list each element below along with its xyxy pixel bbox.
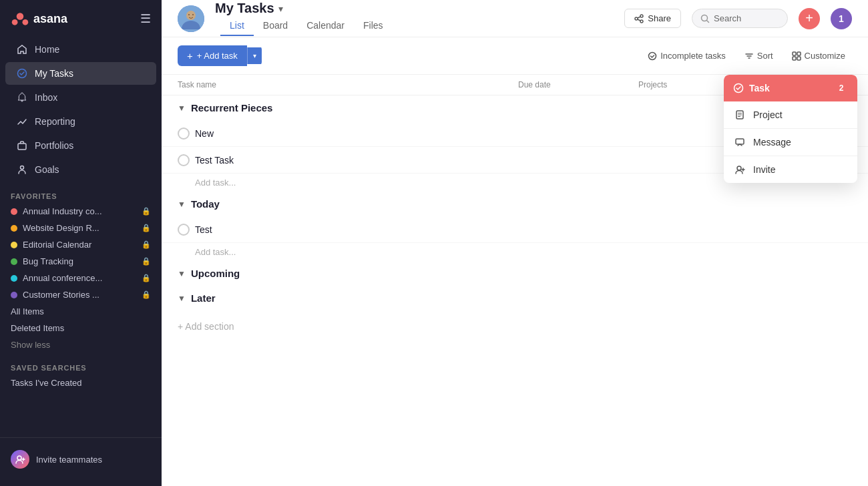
favorite-editorial-calendar[interactable]: Editorial Calendar 🔒 [0,236,162,253]
dropdown-item-project[interactable]: Project [724,101,857,129]
fav-dot-icon [11,208,17,215]
dropdown-header: Task 2 [724,75,857,101]
person-add-icon [733,163,746,176]
fav-dot-icon [11,242,17,248]
all-items-link[interactable]: All Items [0,303,162,320]
dropdown-item-invite[interactable]: Invite [724,156,857,183]
section-title-upcoming: Upcoming [191,268,240,279]
lock-icon: 🔒 [142,207,151,216]
asana-logo-text: asana [33,12,67,26]
home-icon [16,43,28,55]
favorite-website-design[interactable]: Website Design R... 🔒 [0,220,162,236]
customize-button[interactable]: Customize [785,47,852,65]
invite-teammates-button[interactable]: Invite teammates [0,443,162,475]
section-header-later[interactable]: ▼ Later [162,286,868,310]
main-content: My Tasks ▾ List Board Calendar Files Sha… [162,0,868,486]
add-button[interactable]: + [799,8,820,29]
sidebar-toggle-button[interactable]: ☰ [140,11,151,26]
sidebar-item-home-label: Home [35,44,59,55]
add-task-dropdown-button[interactable]: ▾ [247,47,262,64]
sidebar: asana ☰ Home My Tasks Inbox Reporting Po… [0,0,162,486]
sidebar-item-goals[interactable]: Goals [5,158,156,181]
topbar-tabs: List Board Calendar Files [220,16,614,36]
avatar-image [178,5,204,32]
incomplete-tasks-button[interactable]: Incomplete tasks [641,47,732,65]
title-dropdown-chevron[interactable]: ▾ [278,3,283,14]
tab-list[interactable]: List [220,16,254,36]
dropdown-item-message[interactable]: Message [724,129,857,156]
notification-button[interactable]: 1 [831,8,852,29]
col-due-date: Due date [518,80,638,89]
svg-point-12 [635,17,638,20]
sidebar-item-reporting[interactable]: Reporting [5,110,156,133]
task-check-new[interactable] [178,128,190,140]
deleted-items-link[interactable]: Deleted Items [0,320,162,336]
favorite-customer-stories[interactable]: Customer Stories ... 🔒 [0,286,162,303]
bell-icon [16,91,28,103]
svg-point-2 [23,19,29,25]
add-section-button[interactable]: + Add section [162,310,868,342]
task-name-test[interactable]: Test [195,224,212,235]
show-less-link[interactable]: Show less [0,336,162,353]
saved-searches-title: Saved searches [0,353,162,375]
task-name-test-task[interactable]: Test Task [195,155,234,166]
lock-icon: 🔒 [142,257,151,266]
person-icon [16,164,28,176]
favorite-label: Annual Industry co... [23,206,102,216]
favorite-label: Editorial Calendar [23,240,91,250]
asana-logo: asana [11,9,67,28]
favorite-bug-tracking[interactable]: Bug Tracking 🔒 [0,253,162,270]
share-icon [634,14,644,23]
sidebar-item-my-tasks[interactable]: My Tasks [5,62,156,85]
task-check-test-task[interactable] [178,154,190,166]
sidebar-item-home[interactable]: Home [5,38,156,61]
share-button[interactable]: Share [624,9,681,28]
favorite-annual-conference[interactable]: Annual conference... 🔒 [0,270,162,286]
section-title-recurrent: Recurrent Pieces [191,102,273,113]
sidebar-header: asana ☰ [0,0,162,37]
lock-icon: 🔒 [142,274,151,282]
section-chevron-today: ▼ [178,200,186,209]
table-row: Test [162,216,868,243]
section-header-upcoming[interactable]: ▼ Upcoming [162,261,868,286]
sidebar-item-portfolios[interactable]: Portfolios [5,134,156,157]
tab-calendar[interactable]: Calendar [297,16,354,36]
sort-icon [744,51,754,61]
add-task-label: + Add task [197,51,238,61]
page-title: My Tasks [215,1,274,16]
topbar-title-area: My Tasks ▾ List Board Calendar Files [215,1,614,36]
task-name-cell: Test Task [178,149,518,172]
topbar: My Tasks ▾ List Board Calendar Files Sha… [162,0,868,37]
dropdown-menu: Task 2 Project Message Invite [724,75,857,183]
favorite-label: Annual conference... [23,273,102,283]
avatar [178,5,204,32]
svg-point-13 [640,15,643,17]
check-circle-icon [16,67,28,79]
task-name-new[interactable]: New [195,128,214,139]
task-check-test[interactable] [178,224,190,236]
svg-point-11 [192,14,194,15]
svg-rect-20 [797,57,801,60]
col-task-name: Task name [178,80,518,89]
tab-files[interactable]: Files [354,16,393,36]
sort-button[interactable]: Sort [738,47,780,65]
task-name-cell: New [178,122,518,145]
dropdown-badge: 2 [835,81,848,95]
task-name-cell: Test [178,218,518,241]
tasks-created-link[interactable]: Tasks I've Created [0,375,162,391]
fav-dot-icon [11,275,17,282]
section-title-later: Later [191,292,216,304]
favorite-annual-industry[interactable]: Annual Industry co... 🔒 [0,203,162,220]
sidebar-item-reporting-label: Reporting [35,116,75,127]
add-task-main-button[interactable]: + + Add task [178,45,247,66]
search-box[interactable]: Search [692,9,788,28]
sidebar-item-inbox[interactable]: Inbox [5,86,156,109]
svg-rect-19 [793,57,796,60]
add-task-inline-today[interactable]: Add task... [162,243,868,261]
sidebar-item-my-tasks-label: My Tasks [35,68,73,79]
customize-label: Customize [805,51,845,61]
section-header-today[interactable]: ▼ Today [162,192,868,216]
fav-dot-icon [11,225,17,232]
tab-board[interactable]: Board [254,16,297,36]
lock-icon: 🔒 [142,240,151,249]
